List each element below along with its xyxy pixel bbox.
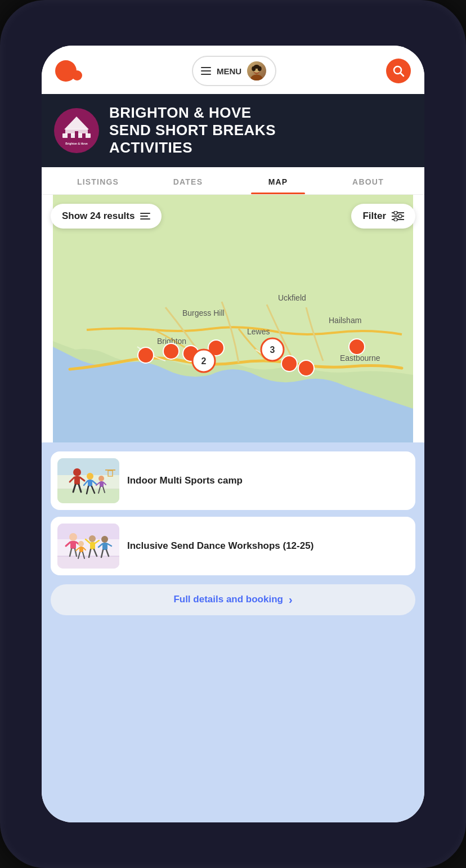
dance-workshop-title: Inclusive Send Dance Workshops (12-25): [127, 540, 313, 552]
svg-rect-42: [57, 458, 119, 475]
tab-dates[interactable]: DATES: [143, 167, 233, 194]
filter-button[interactable]: Filter: [351, 204, 415, 229]
svg-rect-11: [68, 133, 71, 138]
svg-text:2: 2: [201, 356, 207, 366]
svg-rect-66: [57, 524, 119, 539]
full-details-label: Full details and booking: [173, 594, 283, 605]
svg-rect-68: [70, 541, 76, 549]
svg-point-51: [87, 473, 93, 480]
phone-screen: MENU: [42, 46, 424, 822]
sports-camp-title: Indoor Multi Sports camp: [127, 475, 243, 487]
dance-workshop-image: [57, 524, 119, 569]
chevron-right-icon: ›: [289, 593, 293, 606]
filter-label: Filter: [362, 211, 386, 222]
svg-line-7: [400, 73, 404, 77]
svg-point-32: [349, 339, 365, 355]
svg-point-73: [78, 541, 84, 547]
svg-rect-41: [57, 489, 119, 503]
svg-rect-86: [102, 543, 107, 550]
svg-point-31: [298, 360, 314, 376]
svg-point-36: [394, 211, 397, 214]
show-results-label: Show 24 results: [62, 211, 135, 222]
svg-rect-80: [90, 542, 95, 549]
svg-text:Uckfield: Uckfield: [278, 293, 306, 302]
svg-point-85: [101, 536, 108, 543]
svg-point-45: [73, 468, 81, 476]
svg-text:Brighton & Hove: Brighton & Hove: [65, 142, 88, 145]
header-banner: Brighton & Hove BRIGHTON & HOVE SEND SHO…: [42, 94, 424, 167]
banner-text: BRIGHTON & HOVE SEND SHORT BREAKS ACTIVI…: [109, 104, 276, 157]
tab-listings[interactable]: LISTINGS: [53, 167, 143, 194]
tab-map[interactable]: MAP: [233, 167, 323, 194]
svg-rect-74: [79, 547, 83, 552]
svg-point-37: [398, 214, 402, 218]
svg-rect-58: [100, 481, 104, 487]
list-icon: [140, 213, 150, 220]
svg-point-23: [163, 343, 179, 359]
map-background: Burgess Hill Uckfield Lewes Hailsham Bri…: [42, 195, 424, 442]
svg-point-30: [281, 356, 297, 372]
listing-card-dance[interactable]: Inclusive Send Dance Workshops (12-25): [51, 517, 415, 575]
svg-point-22: [138, 347, 154, 363]
nav-tabs: LISTINGS DATES MAP ABOUT: [42, 167, 424, 195]
avatar: [247, 61, 266, 80]
logo-dot-small: [72, 70, 82, 80]
svg-text:3: 3: [270, 345, 275, 355]
map-controls: Show 24 results Filter: [51, 204, 415, 229]
hamburger-icon: [201, 67, 211, 75]
svg-text:Lewes: Lewes: [247, 327, 270, 336]
listing-card-sports[interactable]: Indoor Multi Sports camp: [51, 451, 415, 510]
svg-rect-46: [74, 476, 80, 485]
full-details-button[interactable]: Full details and booking ›: [51, 584, 415, 615]
svg-point-5: [254, 65, 260, 69]
filter-icon: [392, 211, 404, 221]
svg-rect-13: [82, 133, 86, 138]
sports-camp-image: [57, 458, 119, 503]
svg-point-38: [394, 218, 397, 221]
council-logo: Brighton & Hove: [54, 108, 99, 153]
svg-rect-12: [75, 131, 78, 138]
show-results-button[interactable]: Show 24 results: [51, 204, 162, 229]
svg-text:Hailsham: Hailsham: [329, 316, 361, 325]
phone-shell: MENU: [0, 0, 466, 868]
svg-point-67: [69, 533, 77, 541]
app-logo: [55, 60, 82, 82]
svg-text:Eastbourne: Eastbourne: [340, 354, 380, 363]
banner-title: BRIGHTON & HOVE SEND SHORT BREAKS ACTIVI…: [109, 104, 276, 157]
menu-label: MENU: [217, 66, 241, 76]
svg-rect-64: [57, 556, 119, 569]
map-container[interactable]: Burgess Hill Uckfield Lewes Hailsham Bri…: [42, 195, 424, 442]
svg-point-1: [251, 75, 263, 81]
search-button[interactable]: [386, 59, 411, 83]
svg-point-79: [89, 535, 96, 542]
menu-button[interactable]: MENU: [192, 56, 276, 86]
svg-point-57: [98, 476, 104, 481]
listing-area: Indoor Multi Sports camp: [42, 442, 424, 822]
tab-about[interactable]: ABOUT: [323, 167, 413, 194]
svg-marker-10: [64, 117, 89, 129]
top-bar: MENU: [42, 46, 424, 94]
svg-text:Burgess Hill: Burgess Hill: [182, 308, 225, 317]
